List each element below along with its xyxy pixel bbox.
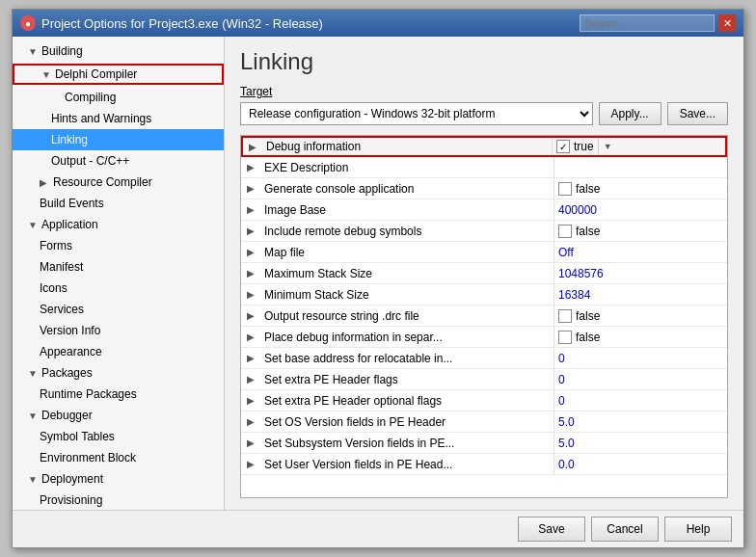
sidebar-item-build-events[interactable]: Build Events bbox=[13, 193, 224, 214]
expand-arrow[interactable]: ▶ bbox=[241, 183, 260, 194]
cancel-button[interactable]: Cancel bbox=[591, 517, 659, 542]
table-row[interactable]: ▶Place debug information in separ... fal… bbox=[241, 327, 727, 348]
expand-arrow[interactable]: ▶ bbox=[241, 332, 260, 342]
sidebar-item-building[interactable]: ▼ Building bbox=[13, 40, 224, 62]
sidebar-item-appearance[interactable]: Appearance bbox=[13, 341, 224, 362]
property-name: Maximum Stack Size bbox=[260, 267, 554, 280]
property-checkbox[interactable] bbox=[558, 309, 572, 323]
sidebar-item-hints-warnings[interactable]: Hints and Warnings bbox=[13, 108, 224, 129]
close-button[interactable]: ✕ bbox=[718, 14, 736, 32]
sidebar-item-provisioning[interactable]: Provisioning bbox=[13, 490, 224, 510]
property-name: Map file bbox=[260, 246, 554, 259]
expand-arrow: ▼ bbox=[28, 474, 40, 485]
sidebar-item-symbol-tables[interactable]: Symbol Tables bbox=[13, 426, 224, 447]
table-row[interactable]: ▶Set base address for relocatable in...0 bbox=[241, 348, 727, 369]
expand-arrow[interactable]: ▶ bbox=[241, 225, 260, 236]
sidebar-item-environment-block[interactable]: Environment Block bbox=[13, 447, 224, 468]
expand-arrow: ▶ bbox=[40, 177, 51, 188]
expand-arrow[interactable]: ▶ bbox=[241, 416, 260, 427]
table-row[interactable]: ▶Set extra PE Header flags0 bbox=[241, 369, 727, 390]
property-name: Output resource string .drc file bbox=[260, 309, 554, 323]
table-row[interactable]: ▶Map fileOff bbox=[241, 242, 727, 263]
sidebar-item-compiling[interactable]: Compiling bbox=[13, 87, 224, 108]
sidebar-item-label: Runtime Packages bbox=[40, 387, 137, 401]
sidebar-item-forms[interactable]: Forms bbox=[13, 235, 224, 256]
sidebar-item-icons[interactable]: Icons bbox=[13, 278, 224, 299]
property-value: 0 bbox=[554, 390, 727, 411]
sidebar-item-services[interactable]: Services bbox=[13, 299, 224, 320]
sidebar-item-label: Forms bbox=[40, 239, 72, 252]
help-button[interactable]: Help bbox=[664, 517, 732, 542]
expand-arrow[interactable]: ▶ bbox=[241, 438, 260, 448]
sidebar-item-label: Output - C/C++ bbox=[51, 154, 129, 168]
expand-arrow[interactable]: ▶ bbox=[241, 268, 260, 278]
property-name: Image Base bbox=[260, 203, 554, 217]
property-checkbox[interactable] bbox=[558, 225, 572, 238]
table-row[interactable]: ▶Include remote debug symbols false bbox=[241, 221, 727, 242]
property-value: Off bbox=[554, 242, 727, 262]
expand-arrow[interactable]: ▶ bbox=[241, 459, 260, 469]
table-row[interactable]: ▶Set User Version fields in PE Head...0.… bbox=[241, 454, 727, 475]
sidebar-item-resource-compiler[interactable]: ▶ Resource Compiler bbox=[13, 172, 224, 193]
sidebar-item-deployment[interactable]: ▼ Deployment bbox=[13, 468, 224, 490]
expand-arrow: ▼ bbox=[28, 46, 40, 57]
expand-arrow[interactable]: ▶ bbox=[241, 289, 260, 300]
dropdown-arrow[interactable]: ▼ bbox=[598, 138, 617, 155]
property-value-text: false bbox=[576, 331, 600, 344]
save-options-button[interactable]: Save... bbox=[667, 102, 728, 125]
table-row[interactable]: ▶Set OS Version fields in PE Header5.0 bbox=[241, 411, 727, 433]
property-value-text: false bbox=[576, 225, 600, 238]
table-row[interactable]: ▶Generate console application false bbox=[241, 178, 727, 199]
expand-arrow[interactable]: ▶ bbox=[241, 162, 260, 172]
expand-arrow[interactable]: ▶ bbox=[241, 310, 260, 321]
sidebar-item-output-cpp[interactable]: Output - C/C++ bbox=[13, 150, 224, 172]
target-select[interactable]: Release configuration - Windows 32-bit p… bbox=[240, 102, 593, 125]
table-row[interactable]: ▶Debug information✓ true▼ bbox=[241, 136, 727, 157]
property-value-text: 5.0 bbox=[558, 437, 575, 450]
expand-arrow[interactable]: ▶ bbox=[241, 353, 260, 363]
property-checkbox[interactable] bbox=[558, 331, 572, 344]
property-value: 5.0 bbox=[554, 411, 727, 432]
sidebar-item-version-info[interactable]: Version Info bbox=[13, 320, 224, 341]
expand-arrow[interactable]: ▶ bbox=[243, 142, 262, 152]
target-row: Release configuration - Windows 32-bit p… bbox=[240, 102, 728, 125]
sidebar-item-packages[interactable]: ▼ Packages bbox=[13, 362, 224, 384]
property-value: 0 bbox=[554, 369, 727, 389]
main-window: ● Project Options for Project3.exe (Win3… bbox=[12, 9, 744, 548]
expand-arrow[interactable]: ▶ bbox=[241, 247, 260, 257]
sidebar-item-runtime-packages[interactable]: Runtime Packages bbox=[13, 384, 224, 405]
property-name: Set extra PE Header optional flags bbox=[260, 394, 554, 408]
sidebar-item-manifest[interactable]: Manifest bbox=[13, 256, 224, 278]
content-area: ▼ Building ▼ Delphi Compiler Compiling bbox=[13, 37, 743, 510]
sidebar-item-linking[interactable]: Linking bbox=[13, 129, 224, 150]
table-row[interactable]: ▶Image Base400000 bbox=[241, 199, 727, 221]
expand-arrow[interactable]: ▶ bbox=[241, 204, 260, 215]
table-row[interactable]: ▶Output resource string .drc file false bbox=[241, 305, 727, 327]
sidebar-item-delphi-compiler[interactable]: ▼ Delphi Compiler bbox=[13, 62, 224, 87]
table-row[interactable]: ▶Maximum Stack Size1048576 bbox=[241, 263, 727, 284]
sidebar-item-label: Version Info bbox=[40, 324, 100, 337]
expand-arrow[interactable]: ▶ bbox=[241, 395, 260, 406]
sidebar-item-debugger[interactable]: ▼ Debugger bbox=[13, 405, 224, 426]
property-value bbox=[554, 157, 727, 177]
table-row[interactable]: ▶Set Subsystem Version fields in PE...5.… bbox=[241, 433, 727, 454]
table-row[interactable]: ▶EXE Description bbox=[241, 157, 727, 178]
property-checkbox[interactable]: ✓ bbox=[556, 140, 570, 153]
table-row[interactable]: ▶Minimum Stack Size16384 bbox=[241, 284, 727, 305]
search-input[interactable] bbox=[580, 14, 715, 32]
sidebar: ▼ Building ▼ Delphi Compiler Compiling bbox=[13, 37, 225, 510]
property-checkbox[interactable] bbox=[558, 182, 572, 196]
property-value: false bbox=[554, 221, 727, 241]
property-name: Generate console application bbox=[260, 182, 554, 196]
property-value-text: false bbox=[576, 309, 600, 323]
sidebar-item-application[interactable]: ▼ Application bbox=[13, 214, 224, 235]
expand-arrow[interactable]: ▶ bbox=[241, 374, 260, 385]
expand-arrow: ▼ bbox=[41, 69, 53, 80]
property-value: 16384 bbox=[554, 284, 727, 305]
save-button[interactable]: Save bbox=[518, 517, 585, 542]
property-value-text: false bbox=[576, 182, 600, 196]
property-value: 1048576 bbox=[554, 263, 727, 283]
table-row[interactable]: ▶Set extra PE Header optional flags0 bbox=[241, 390, 727, 411]
apply-button[interactable]: Apply... bbox=[599, 102, 662, 125]
titlebar: ● Project Options for Project3.exe (Win3… bbox=[13, 10, 743, 37]
